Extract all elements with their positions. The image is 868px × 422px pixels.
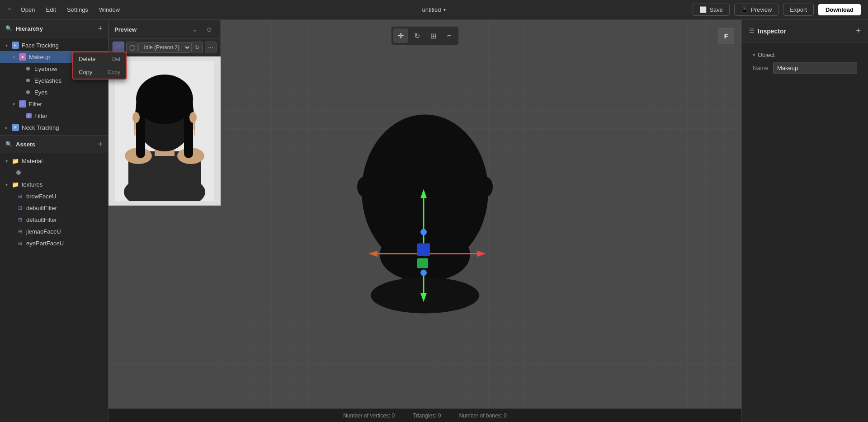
preview-collapse-btn[interactable]: ⌄ xyxy=(189,24,200,35)
context-menu: Delete Del Copy Copy xyxy=(72,52,127,80)
object-section[interactable]: ▾ Object xyxy=(747,48,863,62)
center-area: Preview ⌄ ⊙ □ ◯ Idle (Person 2) ↻ xyxy=(108,20,741,422)
asset-eyePartFaceU[interactable]: ⊞ eyePartFaceU xyxy=(0,237,108,249)
svg-point-21 xyxy=(479,177,493,197)
assets-title: Assets xyxy=(16,141,35,148)
asset-textures-folder[interactable]: ▾ 📁 textures xyxy=(0,178,108,190)
asset-material-item[interactable] xyxy=(0,167,108,178)
svg-point-11 xyxy=(189,112,197,123)
export-button[interactable]: Export xyxy=(783,4,814,16)
bones-count: Number of bones: 0 xyxy=(459,413,506,419)
eyePartFaceU-label: eyePartFaceU xyxy=(26,240,64,247)
hierarchy-add-button[interactable]: + xyxy=(98,24,103,33)
save-icon: ⬜ xyxy=(699,6,707,13)
neck-tracking-label: Neck Tracking xyxy=(22,124,59,131)
context-menu-delete[interactable]: Delete Del xyxy=(73,52,126,66)
eyelashes-label: Eyelashes xyxy=(34,77,61,84)
file-icon: ⊞ xyxy=(16,228,24,235)
tree-item-filter-parent[interactable]: ▾ F Filter xyxy=(0,98,108,110)
eyebrow-label: Eyebrow xyxy=(34,66,57,72)
vp-move-btn[interactable]: ✛ xyxy=(393,28,408,43)
preview-settings-btn[interactable]: ⊙ xyxy=(204,24,215,35)
assets-add-button[interactable]: + xyxy=(98,140,103,148)
preview-controls: ⌄ ⊙ xyxy=(189,24,215,35)
svg-rect-12 xyxy=(134,122,136,130)
preview-menu-btn[interactable]: ⋯ xyxy=(205,42,217,53)
preview-person-svg xyxy=(115,61,214,201)
eyes-label: Eyes xyxy=(34,89,47,96)
asset-jiemaoFaceU[interactable]: ⊞ jiemaoFaceU xyxy=(0,225,108,237)
tree-item-eyes[interactable]: Eyes xyxy=(0,86,108,98)
preview-button[interactable]: 📱 Preview xyxy=(734,4,778,16)
main-layout: 🔍 Hierarchy + ▾ F Face Tracking ▾ ● Make… xyxy=(0,20,868,422)
head-3d-container xyxy=(353,92,497,327)
inspector-name-input[interactable] xyxy=(773,62,857,74)
defaultFilter1-label: defaultFilter xyxy=(26,205,57,211)
svg-point-32 xyxy=(420,229,427,235)
tree-item-neck-tracking[interactable]: ▸ F Neck Tracking xyxy=(0,122,108,133)
filter-parent-label: Filter xyxy=(29,101,42,108)
vp-scale-btn[interactable]: ⊞ xyxy=(426,28,440,43)
svg-rect-23 xyxy=(417,258,428,268)
preview-idle-dropdown[interactable]: Idle (Person 2) xyxy=(138,42,191,53)
asset-browFaceU[interactable]: ⊞ browFaceU xyxy=(0,190,108,202)
menu-settings[interactable]: Settings xyxy=(67,6,88,13)
face-tracking-label: Face Tracking xyxy=(22,42,59,49)
object-section-label: Object xyxy=(758,52,775,58)
object-section-arrow: ▾ xyxy=(753,52,755,57)
eyebrow-dot-icon xyxy=(26,67,30,70)
project-title: untitled xyxy=(422,6,441,13)
hierarchy-title: Hierarchy xyxy=(16,25,43,32)
asset-material-folder[interactable]: ▾ 📁 Material xyxy=(0,155,108,167)
material-label: Material xyxy=(22,158,42,164)
svg-point-10 xyxy=(132,112,140,123)
tree-item-face-tracking[interactable]: ▾ F Face Tracking xyxy=(0,39,108,51)
home-icon[interactable]: ⌂ xyxy=(7,6,12,14)
material-item-icon xyxy=(16,170,21,175)
folder-icon: 📁 xyxy=(12,157,19,164)
inspector-panel: ☰ Inspector + ▾ Object Name xyxy=(741,20,868,422)
makeup-icon: ● xyxy=(19,53,26,61)
neck-icon: F xyxy=(12,124,19,131)
svg-rect-9 xyxy=(184,99,193,158)
inspector-add-button[interactable]: + xyxy=(856,26,861,36)
asset-defaultFilter1[interactable]: ⊞ defaultFilter xyxy=(0,202,108,214)
preview-panel: Preview ⌄ ⊙ □ ◯ Idle (Person 2) ↻ xyxy=(108,20,221,206)
eyes-dot-icon xyxy=(26,90,30,94)
jiemaoFaceU-label: jiemaoFaceU xyxy=(26,228,61,235)
vp-f-button[interactable]: F xyxy=(718,28,734,44)
assets-header: 🔍 Assets + xyxy=(0,136,108,153)
inspector-name-label: Name xyxy=(753,65,773,71)
hierarchy-search-icon[interactable]: 🔍 xyxy=(5,25,12,32)
defaultFilter2-label: defaultFilter xyxy=(26,216,57,223)
vp-rotate-btn[interactable]: ↻ xyxy=(410,28,424,43)
menu-open[interactable]: Open xyxy=(21,6,35,13)
makeup-label: Makeup xyxy=(29,54,50,61)
preview-refresh-btn[interactable]: ↻ xyxy=(191,42,203,53)
title-dropdown-arrow[interactable]: ▾ xyxy=(443,7,446,12)
face-tracking-icon: F xyxy=(12,42,19,49)
textures-label: textures xyxy=(22,181,42,188)
file-icon: ⊞ xyxy=(16,192,24,200)
vp-anchor-btn[interactable]: ⌐ xyxy=(442,28,457,43)
preview-circle-btn[interactable]: ◯ xyxy=(126,42,138,53)
menu-edit[interactable]: Edit xyxy=(46,6,56,13)
status-bar: Number of vertices: 0 Triangles: 0 Numbe… xyxy=(108,408,741,422)
menu-window[interactable]: Window xyxy=(99,6,120,13)
triangles-count: Triangles: 0 xyxy=(413,413,441,419)
download-button[interactable]: Download xyxy=(818,4,861,15)
save-button[interactable]: ⬜ Save xyxy=(693,4,730,16)
assets-search-icon[interactable]: 🔍 xyxy=(5,141,12,147)
filter-parent-icon: F xyxy=(19,100,26,108)
svg-marker-29 xyxy=(477,251,486,257)
svg-rect-14 xyxy=(193,122,195,130)
vertices-count: Number of vertices: 0 xyxy=(343,413,395,419)
svg-rect-22 xyxy=(417,244,430,256)
asset-defaultFilter2[interactable]: ⊞ defaultFilter xyxy=(0,214,108,225)
expand-arrow-makeup: ▾ xyxy=(13,55,19,60)
tree-item-filter-child[interactable]: F Filter xyxy=(0,110,108,122)
preview-header: Preview ⌄ ⊙ xyxy=(109,20,220,39)
svg-point-33 xyxy=(420,270,427,276)
assets-tree: ▾ 📁 Material ▾ 📁 textures ⊞ xyxy=(0,153,108,251)
context-menu-copy[interactable]: Copy Copy xyxy=(73,66,126,79)
